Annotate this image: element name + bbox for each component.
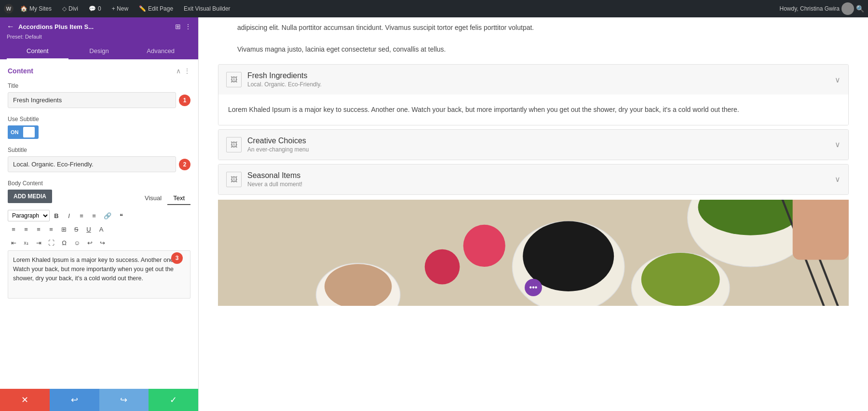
paragraph-select[interactable]: Paragraph (8, 210, 50, 221)
dots-icon: ••• (529, 283, 538, 292)
title-badge: 1 (179, 95, 190, 106)
collapse-icon[interactable]: ∧ (176, 67, 181, 75)
comment-icon: 💬 (89, 5, 96, 12)
home-icon: 🏠 (20, 5, 27, 12)
toggle-row: ON (8, 125, 190, 139)
panel-title: Accordions Plus Item S... (18, 23, 94, 30)
new-link[interactable]: + New (108, 0, 132, 17)
indent-dec-button[interactable]: ⇤ (8, 237, 19, 248)
align-left-button[interactable]: ≡ (8, 223, 19, 235)
editor-tabs: Visual Text (139, 192, 190, 205)
panel-title-row: ← Accordions Plus Item S... ⊞ ⋮ (7, 22, 191, 31)
section-header: Content ∧ ⋮ (8, 67, 190, 75)
fullscreen-button[interactable]: ⛶ (45, 237, 57, 248)
align-right-button[interactable]: ≡ (33, 223, 44, 235)
section-more-icon[interactable]: ⋮ (184, 67, 190, 75)
accordion-header-1[interactable]: 🖼 Creative Choices An ever-changing menu… (218, 130, 848, 160)
panel-tabs: Content Design Advanced (7, 43, 191, 59)
main-layout: ← Accordions Plus Item S... ⊞ ⋮ Preset: … (0, 17, 868, 411)
strikethrough-button[interactable]: S (70, 223, 82, 235)
accordion-title-group-2: Seasonal Items Never a dull moment! (247, 171, 829, 188)
accordion-header-2[interactable]: 🖼 Seasonal Items Never a dull moment! ∨ (218, 164, 848, 194)
italic-button[interactable]: I (63, 210, 75, 221)
editor-content[interactable]: Lorem Khaled Ipsum is a major key to suc… (8, 250, 190, 299)
add-media-button[interactable]: ADD MEDIA (8, 190, 52, 203)
subscript-button[interactable]: x₂ (20, 237, 32, 248)
indent-inc-button[interactable]: ⇥ (33, 237, 44, 248)
redo-editor-button[interactable]: ↪ (96, 237, 108, 248)
subtitle-toggle[interactable]: ON (8, 125, 39, 139)
emoji-button[interactable]: ☺ (71, 237, 83, 248)
search-icon[interactable]: 🔍 (856, 5, 864, 13)
accordion-title-group-0: Fresh Ingredients Local. Organic. Eco-Fr… (247, 71, 829, 88)
body-badge: 3 (171, 252, 183, 264)
food-dots-button[interactable]: ••• (525, 279, 542, 296)
special-chars-button[interactable]: Ω (58, 237, 70, 248)
divi-link[interactable]: ◇ Divi (58, 0, 82, 17)
accordion-header-0[interactable]: 🖼 Fresh Ingredients Local. Organic. Eco-… (218, 65, 848, 95)
comments-link[interactable]: 💬 0 (85, 0, 105, 17)
align-justify-button[interactable]: ≡ (45, 223, 57, 235)
redo-button[interactable]: ↪ (99, 389, 149, 411)
toolbar-row-2: ≡ ≡ ≡ ≡ ⊞ S U A (8, 223, 190, 235)
ordered-list-button[interactable]: ≡ (88, 210, 100, 221)
exit-builder-link[interactable]: Exit Visual Builder (180, 0, 234, 17)
font-color-button[interactable]: A (95, 223, 107, 235)
panel-body: Content ∧ ⋮ Title 1 Use Subtitle (0, 59, 198, 389)
panel-header: ← Accordions Plus Item S... ⊞ ⋮ Preset: … (0, 17, 198, 59)
unordered-list-button[interactable]: ≡ (76, 210, 87, 221)
accordion-title-2: Seasonal Items (247, 171, 829, 180)
preset-label[interactable]: Preset: Default (7, 34, 191, 40)
subtitle-label: Subtitle (8, 147, 190, 153)
accordion-title-1: Creative Choices (247, 137, 829, 145)
use-subtitle-field-group: Use Subtitle ON (8, 116, 190, 139)
svg-rect-13 (793, 200, 849, 260)
food-image-section: ••• (218, 200, 849, 306)
grid-icon[interactable]: ⊞ (175, 23, 181, 30)
accordion-container: 🖼 Fresh Ingredients Local. Organic. Eco-… (199, 64, 868, 194)
quote-button[interactable]: ❝ (115, 210, 127, 221)
cancel-button[interactable]: ✕ (0, 389, 50, 411)
topbar-right: Howdy, Christina Gwira 🔍 (780, 2, 864, 15)
bold-button[interactable]: B (51, 210, 62, 221)
accordion-item-1: 🖼 Creative Choices An ever-changing menu… (218, 129, 849, 160)
page-content: adipiscing elit. Nulla porttitor accumsa… (199, 17, 868, 411)
toolbar-row-1: Paragraph B I ≡ ≡ 🔗 ❝ (8, 210, 190, 221)
my-sites-link[interactable]: 🏠 My Sites (16, 0, 55, 17)
tab-advanced[interactable]: Advanced (130, 43, 191, 59)
subtitle-input[interactable] (8, 156, 176, 172)
title-input-row: 1 (8, 92, 190, 108)
link-button[interactable]: 🔗 (101, 210, 114, 221)
wordpress-icon[interactable]: W (4, 4, 14, 14)
panel-title-icons: ⊞ ⋮ (175, 23, 191, 30)
undo-button[interactable]: ↩ (50, 389, 99, 411)
tab-content[interactable]: Content (7, 43, 68, 59)
accordion-item-2: 🖼 Seasonal Items Never a dull moment! ∨ (218, 164, 849, 195)
accordion-image-icon-2: 🖼 (226, 172, 242, 187)
svg-point-6 (425, 249, 460, 284)
subtitle-badge: 2 (179, 159, 190, 170)
tab-design[interactable]: Design (68, 43, 130, 59)
user-avatar[interactable] (841, 2, 854, 15)
top-bar: W 🏠 My Sites ◇ Divi 💬 0 + New ✏️ Edit Pa… (0, 0, 868, 17)
right-content: adipiscing elit. Nulla porttitor accumsa… (199, 17, 868, 411)
subtitle-input-row: 2 (8, 156, 190, 172)
accordion-subtitle-2: Never a dull moment! (247, 181, 829, 188)
save-button[interactable]: ✓ (149, 389, 198, 411)
edit-page-link[interactable]: ✏️ Edit Page (135, 0, 177, 17)
underline-button[interactable]: U (83, 223, 95, 235)
title-input[interactable] (8, 92, 176, 108)
editor-tab-text[interactable]: Text (167, 192, 190, 205)
toggle-on-label: ON (8, 125, 22, 139)
align-center-button[interactable]: ≡ (20, 223, 32, 235)
undo-editor-button[interactable]: ↩ (84, 237, 95, 248)
more-icon[interactable]: ⋮ (185, 23, 191, 30)
svg-point-10 (641, 253, 720, 306)
table-button[interactable]: ⊞ (58, 223, 69, 235)
accordion-item-0: 🖼 Fresh Ingredients Local. Organic. Eco-… (218, 64, 849, 125)
back-icon[interactable]: ← (7, 22, 14, 31)
howdy-text: Howdy, Christina Gwira (780, 5, 840, 12)
accordion-subtitle-0: Local. Organic. Eco-Friendly. (247, 81, 829, 88)
editor-tab-visual[interactable]: Visual (139, 192, 167, 205)
section-title: Content (8, 67, 33, 75)
